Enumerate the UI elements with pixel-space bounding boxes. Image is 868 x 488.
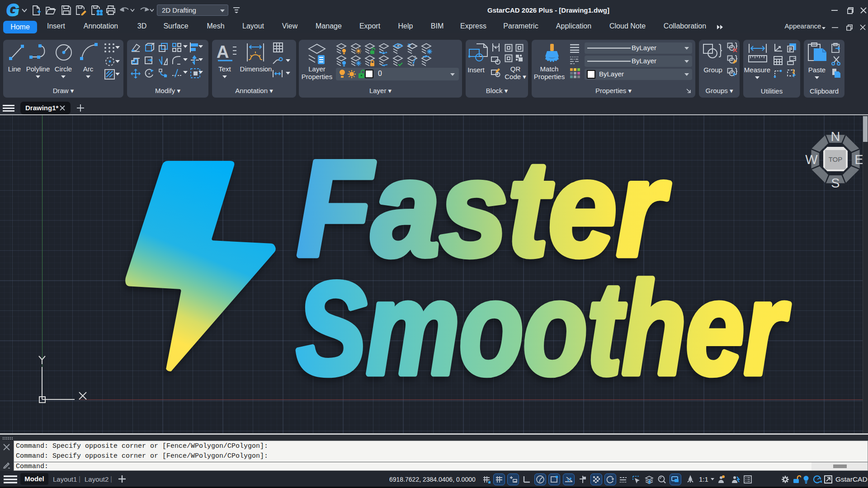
svg-text:Smoother: Smoother	[297, 255, 790, 395]
svg-text:W: W	[805, 152, 818, 167]
svg-text:TOP: TOP	[829, 155, 843, 163]
svg-text:G: G	[6, 3, 19, 18]
svg-text:E: E	[854, 152, 863, 167]
svg-text:A: A	[217, 42, 229, 61]
svg-text:S: S	[831, 176, 840, 190]
svg-text:N: N	[831, 129, 840, 144]
